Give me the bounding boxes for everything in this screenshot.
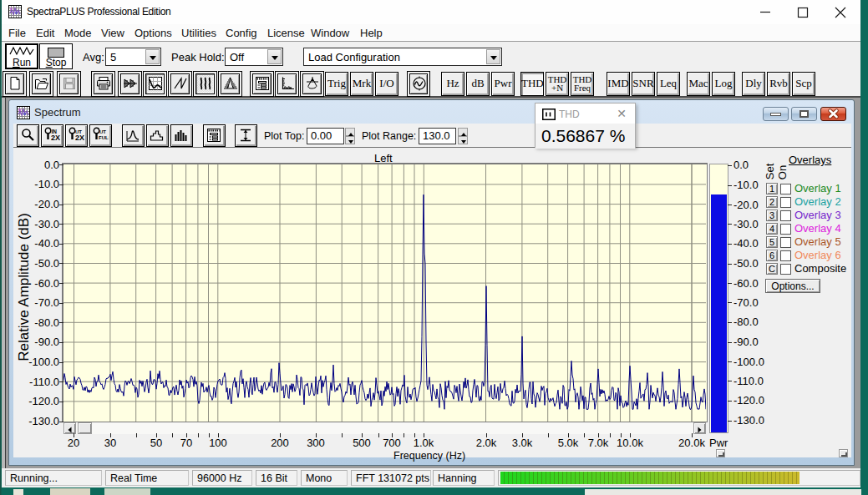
svg-text:UT: UT <box>99 129 106 134</box>
svg-text:2X: 2X <box>51 134 60 142</box>
svg-text:2X: 2X <box>75 134 84 142</box>
svg-text:FULL: FULL <box>99 135 109 140</box>
